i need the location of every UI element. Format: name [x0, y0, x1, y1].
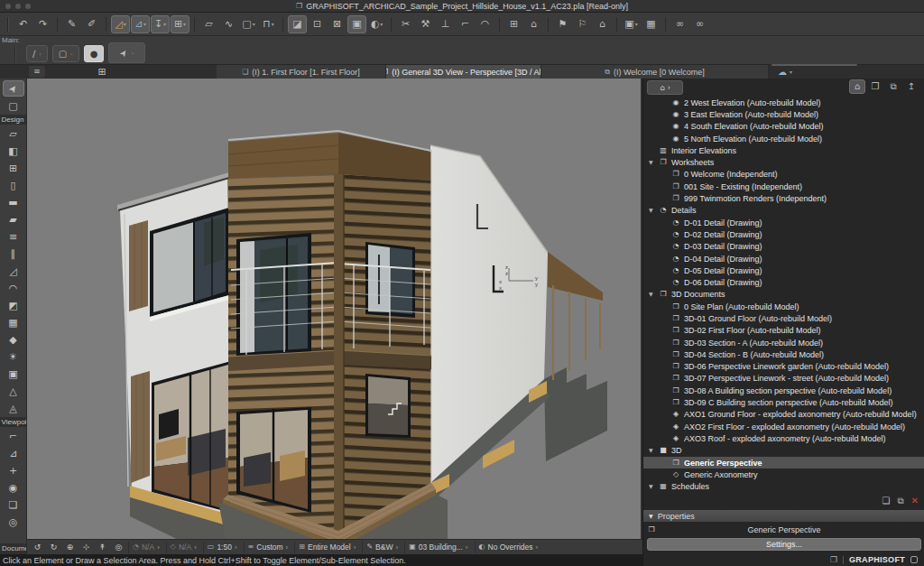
explore-button[interactable]: ↻ — [47, 541, 60, 553]
tree-item[interactable]: ◇Generic Axonometry — [643, 469, 924, 480]
roof-tool[interactable]: ◿ — [3, 263, 24, 279]
tree-expand-icon[interactable]: ▼ — [649, 292, 655, 297]
undo-button[interactable]: ↶ — [14, 15, 32, 33]
walk-button[interactable]: ↟ — [96, 541, 109, 553]
tree-item[interactable]: ❒3D-01 Ground Floor (Auto-rebuild Model) — [643, 312, 924, 324]
eraser-button[interactable]: ● — [84, 45, 105, 62]
tree-item[interactable]: ◔D-03 Detail (Drawing) — [643, 241, 924, 253]
layout-book-button[interactable]: ⧉ — [885, 79, 901, 94]
scale-dropdown[interactable]: ▭1:50› — [203, 542, 241, 553]
viewport-3d[interactable]: z z x x y y — [27, 79, 641, 539]
morph-tool[interactable]: ◬ — [3, 400, 24, 416]
save-camera-button[interactable]: ▦ — [642, 15, 661, 33]
inject-parameters-button[interactable]: ✐ — [82, 15, 101, 33]
marquee-default-button[interactable]: ▢› — [52, 45, 79, 62]
marquee-display-button[interactable]: ▣ — [347, 15, 366, 33]
tree-item[interactable]: ▼❐Worksheets — [643, 156, 924, 168]
find-select-button[interactable]: ◎ — [112, 541, 125, 553]
split-button[interactable]: ✂ — [396, 15, 415, 33]
tree-item[interactable]: ▼▦Schedules — [643, 481, 924, 493]
tree-item[interactable]: ◔D-04 Detail (Drawing) — [643, 253, 924, 264]
unlink-elements-button[interactable]: ∞ — [690, 15, 709, 33]
layers-dropdown[interactable]: ≡Custom› — [244, 542, 292, 553]
lamp-tool[interactable]: ☀ — [3, 348, 24, 365]
pick-up-parameters-button[interactable]: ✎ — [62, 15, 81, 33]
adjust-button[interactable]: ⚒ — [416, 15, 435, 33]
wall-tool[interactable]: ▱ — [3, 125, 24, 142]
section-tool[interactable]: ⌐ — [3, 428, 24, 444]
send-home-button[interactable]: ⌂ — [593, 15, 612, 33]
marquee-tool[interactable]: ▢ — [3, 97, 24, 114]
tree-item[interactable]: ◈AXO2 First Floor - exploded axonometry … — [643, 421, 924, 432]
tree-item[interactable]: ❐999 Twinmotion Renders (Independent) — [643, 192, 924, 204]
trace-options-button[interactable]: ⊡ — [308, 15, 327, 33]
beam-tool[interactable]: ▬ — [3, 194, 24, 210]
tree-expand-icon[interactable]: ▼ — [649, 208, 655, 213]
project-map-button[interactable]: ⌂ — [849, 79, 865, 94]
tree-item[interactable]: ❒3D-07 Perspective Linework - street (Au… — [643, 373, 924, 385]
stair-tool[interactable]: ≡ — [3, 228, 24, 245]
trace-reference-button[interactable]: ◪ — [288, 15, 307, 33]
object-tool[interactable]: ◆ — [3, 331, 24, 348]
tree-item[interactable]: ◈AXO1 Ground Floor - exploded axonometry… — [643, 409, 924, 421]
trace-switch-button[interactable]: ⊠ — [328, 15, 346, 33]
gravity-button[interactable]: ↧▾ — [151, 15, 170, 33]
tree-item[interactable]: ❒3D-08 A Building section perspective (A… — [643, 385, 924, 396]
tree-expand-icon[interactable]: ▼ — [649, 160, 655, 165]
camera-tool[interactable]: ◎ — [3, 514, 24, 530]
tree-item[interactable]: ◉3 East Elevation (Auto-rebuild Model) — [643, 108, 924, 120]
window-controls[interactable] — [5, 4, 31, 9]
minimize-window-icon[interactable] — [15, 4, 21, 9]
tree-item[interactable]: ◔D-02 Detail (Drawing) — [643, 228, 924, 240]
tree-item[interactable]: ▥Interior Elevations — [643, 144, 924, 156]
save-view-flag-button[interactable]: ⚐ — [573, 15, 592, 33]
tree-item[interactable]: ❒3D-03 Section - A (Auto-rebuild Model) — [643, 337, 924, 348]
close-window-icon[interactable] — [5, 4, 11, 9]
tree-item[interactable]: ❐0 Welcome (Independent) — [643, 169, 924, 181]
mesh-tool[interactable]: △ — [3, 383, 24, 399]
camera-settings-button[interactable]: ▣▾ — [622, 15, 641, 33]
shell-tool[interactable]: ◠ — [3, 280, 24, 296]
elevation-tool[interactable]: ⊿ — [3, 445, 24, 461]
interior-elevation-tool[interactable]: + — [3, 462, 24, 478]
guide-lines-button[interactable]: ◿▾ — [111, 15, 130, 33]
tree-item[interactable]: ❒3D-09 C Building section perspective (A… — [643, 396, 924, 408]
tree-item[interactable]: ◔D-06 Detail (Drawing) — [643, 276, 924, 288]
new-folder-button[interactable]: ❏ — [882, 496, 891, 506]
tree-item[interactable]: ▼■3D — [643, 445, 924, 457]
arrow-tool[interactable]: ➤ — [3, 80, 24, 97]
fit-in-window-button[interactable]: ⊞ — [504, 15, 523, 33]
curve-edge-button[interactable]: ◠ — [476, 15, 494, 33]
tree-expand-icon[interactable]: ▼ — [649, 448, 655, 453]
graphic-overrides-dropdown[interactable]: ◐No Overrides› — [475, 542, 542, 553]
3d-style-button[interactable]: ◐▾ — [367, 15, 386, 33]
window-tool[interactable]: ⊞ — [3, 160, 24, 176]
tree-item[interactable]: ◔D-01 Detail (Drawing) — [643, 217, 924, 228]
intersect-button[interactable]: ⊥ — [436, 15, 455, 33]
worksheet-tool[interactable]: ❏ — [3, 496, 24, 513]
publisher-sets-button[interactable]: ↥ — [903, 79, 919, 94]
toolbar-handle[interactable] — [7, 17, 9, 32]
tab-bar-menu-button[interactable]: ≡ — [29, 66, 45, 78]
tree-item[interactable]: ❒3D-02 First Floor (Auto-rebuild Model) — [643, 325, 924, 337]
line-default-button[interactable]: ∕› — [26, 45, 48, 62]
tree-item[interactable]: ▼◔Details — [643, 205, 924, 217]
close-navigator-button[interactable]: ✕ — [911, 496, 919, 506]
tree-item[interactable]: ◉5 North Elevation (Auto-rebuild Model) — [643, 133, 924, 144]
tree-item[interactable]: ◉4 South Elevation (Auto-rebuild Model) — [643, 121, 924, 133]
view-map-button[interactable]: ❐ — [867, 79, 883, 94]
magic-wand-button[interactable]: ∿ — [219, 15, 238, 33]
tree-item[interactable]: ▼❒3D Documents — [643, 289, 924, 301]
tree-item[interactable]: ❒0 Site Plan (Auto-rebuild Model) — [643, 301, 924, 312]
renovation-filter-dropdown[interactable]: ◔N/A› — [128, 542, 163, 553]
pop-up-navigator-button[interactable]: ⊞ — [90, 65, 114, 78]
tree-item[interactable]: ❐001 Site - Existing (Independent) — [643, 181, 924, 192]
properties-header[interactable]: ▼ Properties — [643, 510, 924, 522]
tree-item[interactable]: ❒3D-04 Section - B (Auto-rebuild Model) — [643, 348, 924, 360]
settings-button[interactable]: Settings... — [647, 538, 921, 551]
column-tool[interactable]: ▯ — [3, 177, 24, 193]
tab-welcome[interactable]: ⧉(I) Welcome [0 Welcome] — [541, 65, 769, 79]
tree-item[interactable]: ❒3D-06 Perspective Linework garden (Auto… — [643, 361, 924, 373]
tree-item[interactable]: ◉2 West Elevation (Auto-rebuild Model) — [643, 97, 924, 108]
tree-item[interactable]: ◔D-05 Detail (Drawing) — [643, 264, 924, 276]
